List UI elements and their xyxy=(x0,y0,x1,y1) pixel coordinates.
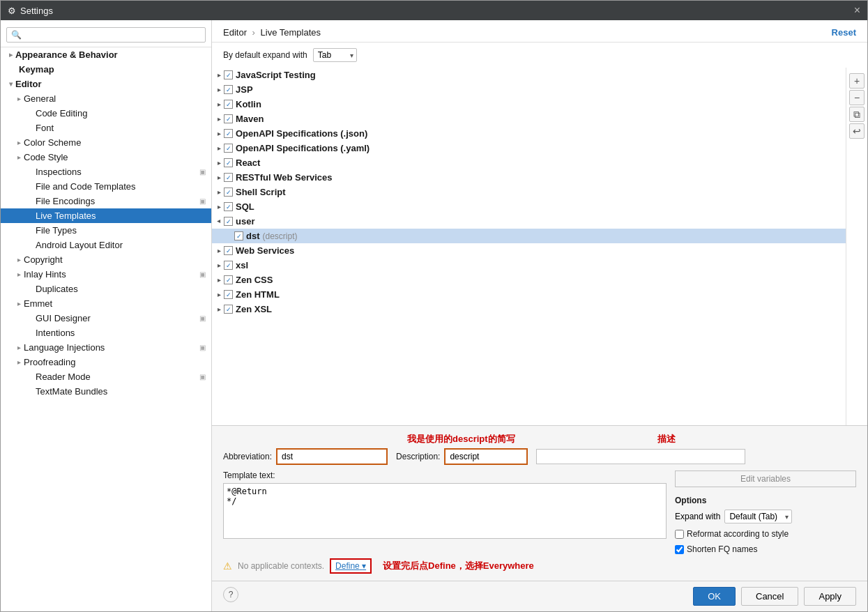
group-checkbox-kotlin[interactable] xyxy=(224,100,233,109)
help-button[interactable]: ? xyxy=(223,587,238,602)
group-checkbox-web-services[interactable] xyxy=(224,246,233,255)
sidebar-item-file-encodings[interactable]: File Encodings▣ xyxy=(1,194,211,208)
template-group-zen-xsl[interactable]: ▸Zen XSL xyxy=(212,302,846,316)
sidebar-item-label-duplicates: Duplicates xyxy=(36,284,78,294)
sidebar-item-label-general: General xyxy=(24,93,56,104)
sidebar-item-label-copyright: Copyright xyxy=(24,254,63,265)
expand-select[interactable]: Tab Enter Space xyxy=(313,48,357,62)
sidebar-item-label-file-encodings: File Encodings xyxy=(36,196,95,206)
template-group-restful[interactable]: ▸RESTful Web Services xyxy=(212,170,846,185)
add-template-button[interactable]: + xyxy=(849,73,865,89)
description-input[interactable] xyxy=(444,448,528,465)
search-input[interactable] xyxy=(6,27,206,43)
group-checkbox-js-testing[interactable] xyxy=(224,70,233,79)
description-extra-input[interactable] xyxy=(536,449,745,464)
dialog-title: Settings xyxy=(20,6,53,16)
sidebar-item-language-injections[interactable]: ▸Language Injections▣ xyxy=(1,340,211,355)
sidebar-item-file-types[interactable]: File Types xyxy=(1,223,211,238)
apply-button[interactable]: Apply xyxy=(804,587,856,606)
sidebar-item-color-scheme[interactable]: ▸Color Scheme xyxy=(1,135,211,150)
group-checkbox-maven[interactable] xyxy=(224,114,233,123)
sidebar-item-reader-mode[interactable]: Reader Mode▣ xyxy=(1,369,211,384)
group-checkbox-user[interactable] xyxy=(224,217,233,226)
template-group-zen-css[interactable]: ▸Zen CSS xyxy=(212,273,846,287)
options-expand-select[interactable]: Default (Tab) Tab Enter Space xyxy=(724,510,792,523)
reset-button[interactable]: Reset xyxy=(832,27,856,38)
template-group-maven[interactable]: ▸Maven xyxy=(212,112,846,126)
sidebar-item-duplicates[interactable]: Duplicates xyxy=(1,282,211,296)
shorten-checkbox[interactable] xyxy=(675,545,684,554)
group-arrow-openapi-yaml: ▸ xyxy=(218,144,221,152)
group-checkbox-xsl[interactable] xyxy=(224,261,233,270)
options-label: Options xyxy=(675,496,856,505)
sidebar-item-intentions[interactable]: Intentions xyxy=(1,326,211,340)
sidebar-item-live-templates[interactable]: Live Templates xyxy=(1,208,211,223)
sidebar-item-proofreading[interactable]: ▸Proofreading xyxy=(1,355,211,369)
group-checkbox-zen-xsl[interactable] xyxy=(224,305,233,314)
template-group-zen-html[interactable]: ▸Zen HTML xyxy=(212,287,846,302)
template-group-openapi-yaml[interactable]: ▸OpenAPI Specifications (.yaml) xyxy=(212,141,846,155)
group-checkbox-sql[interactable] xyxy=(224,202,233,211)
template-group-react[interactable]: ▸React xyxy=(212,155,846,170)
group-checkbox-openapi-yaml[interactable] xyxy=(224,144,233,153)
sidebar-item-label-font: Font xyxy=(36,123,54,133)
sidebar-item-emmet[interactable]: ▸Emmet xyxy=(1,296,211,311)
sidebar-item-copyright[interactable]: ▸Copyright xyxy=(1,252,211,267)
sidebar-item-appearance[interactable]: ▸Appearance & Behavior xyxy=(1,47,211,62)
sidebar-item-code-editing[interactable]: Code Editing xyxy=(1,106,211,121)
sidebar-item-inlay-hints[interactable]: ▸Inlay Hints▣ xyxy=(1,267,211,282)
sidebar-item-keymap[interactable]: Keymap xyxy=(1,62,211,77)
sidebar-item-font[interactable]: Font xyxy=(1,121,211,135)
template-group-user[interactable]: ▾user xyxy=(212,214,846,229)
remove-template-button[interactable]: − xyxy=(849,90,865,105)
template-group-openapi-json[interactable]: ▸OpenAPI Specifications (.json) xyxy=(212,126,846,141)
group-checkbox-react[interactable] xyxy=(224,158,233,167)
template-group-xsl[interactable]: ▸xsl xyxy=(212,258,846,273)
sidebar-item-android-layout-editor[interactable]: Android Layout Editor xyxy=(1,238,211,252)
template-textarea[interactable]: *@Return */ xyxy=(223,483,667,539)
child-desc-dst: (descript) xyxy=(263,231,298,241)
sidebar-item-gui-designer[interactable]: GUI Designer▣ xyxy=(1,311,211,326)
abbreviation-input[interactable] xyxy=(276,448,388,465)
group-checkbox-zen-css[interactable] xyxy=(224,275,233,284)
group-checkbox-jsp[interactable] xyxy=(224,85,233,94)
template-group-js-testing[interactable]: ▸JavaScript Testing xyxy=(212,68,846,82)
ok-button[interactable]: OK xyxy=(693,587,736,606)
group-checkbox-openapi-json[interactable] xyxy=(224,129,233,138)
group-arrow-web-services: ▸ xyxy=(218,247,221,254)
sidebar-item-file-code-templates[interactable]: File and Code Templates xyxy=(1,179,211,194)
sidebar-item-inspections[interactable]: Inspections▣ xyxy=(1,165,211,179)
edit-variables-button[interactable]: Edit variables xyxy=(675,471,856,487)
group-checkbox-shell[interactable] xyxy=(224,188,233,197)
template-group-jsp[interactable]: ▸JSP xyxy=(212,82,846,97)
group-arrow-react: ▸ xyxy=(218,159,221,167)
group-checkbox-zen-html[interactable] xyxy=(224,290,233,299)
template-group-kotlin[interactable]: ▸Kotlin xyxy=(212,97,846,112)
group-arrow-shell: ▸ xyxy=(218,188,221,196)
template-item-dst[interactable]: dst(descript) xyxy=(212,229,846,243)
close-button[interactable]: × xyxy=(854,5,860,16)
sidebar-item-code-style[interactable]: ▸Code Style xyxy=(1,150,211,165)
group-label-js-testing: JavaScript Testing xyxy=(236,70,316,80)
group-checkbox-restful[interactable] xyxy=(224,173,233,182)
child-checkbox-dst[interactable] xyxy=(234,231,243,240)
sidebar-item-label-android-layout-editor: Android Layout Editor xyxy=(36,240,123,250)
expand-arrow-emmet: ▸ xyxy=(17,300,21,307)
template-group-web-services[interactable]: ▸Web Services xyxy=(212,243,846,258)
sidebar-item-textmate-bundles[interactable]: TextMate Bundles xyxy=(1,384,211,399)
revert-template-button[interactable]: ↩ xyxy=(849,123,865,139)
template-group-sql[interactable]: ▸SQL xyxy=(212,199,846,214)
define-button[interactable]: Define ▾ xyxy=(330,558,372,574)
template-group-shell[interactable]: ▸Shell Script xyxy=(212,185,846,199)
sidebar-item-label-emmet: Emmet xyxy=(24,298,52,309)
define-label: Define xyxy=(335,561,360,571)
reformat-checkbox[interactable] xyxy=(675,530,684,539)
sidebar-item-editor[interactable]: ▾Editor xyxy=(1,77,211,91)
sidebar-items-container: ▸Appearance & BehaviorKeymap▾Editor▸Gene… xyxy=(1,47,211,399)
cancel-button[interactable]: Cancel xyxy=(741,587,798,606)
sidebar-item-general[interactable]: ▸General xyxy=(1,91,211,106)
expand-arrow-copyright: ▸ xyxy=(17,256,21,263)
copy-template-button[interactable]: ⧉ xyxy=(849,107,865,122)
warning-icon: ⚠ xyxy=(223,560,232,572)
group-label-openapi-yaml: OpenAPI Specifications (.yaml) xyxy=(236,143,370,153)
